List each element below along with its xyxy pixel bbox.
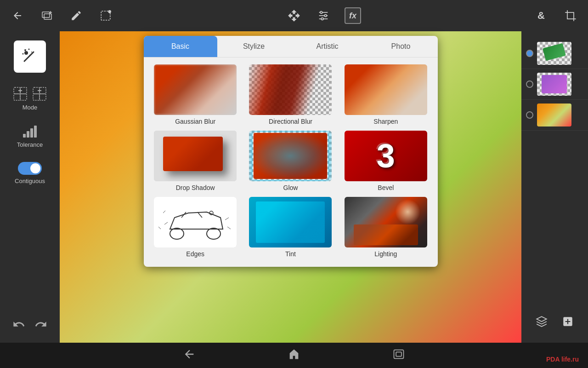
svg-point-13 (24, 51, 28, 55)
filter-thumb-directional-blur (249, 64, 332, 115)
svg-rect-33 (30, 128, 33, 138)
filter-thumb-sharpen (345, 64, 427, 115)
add-mode-icon[interactable] (13, 86, 28, 101)
filter-cell-directional-blur[interactable]: Directional Blur (246, 64, 335, 125)
filter-cell-drop-shadow[interactable]: Drop Shadow (151, 131, 240, 191)
filter-thumb-drop-shadow (154, 131, 237, 181)
filter-cell-glow[interactable]: Glow (246, 131, 335, 191)
tab-artistic[interactable]: Artistic (291, 36, 364, 57)
toolbar-right: & (533, 7, 579, 24)
svg-point-36 (170, 228, 184, 239)
undo-redo-controls (12, 318, 47, 334)
svg-rect-31 (23, 134, 26, 138)
layers-icon[interactable] (536, 316, 548, 330)
filter-modal: Basic Stylize Artistic Photo Gaussian Bl… (60, 31, 521, 343)
move-button[interactable] (286, 7, 302, 24)
remove-mode-icon[interactable] (32, 86, 47, 101)
layer-radio-3[interactable] (526, 111, 533, 119)
filter-cell-lighting[interactable]: Lighting (341, 197, 430, 258)
filter-label-drop-shadow: Drop Shadow (176, 184, 215, 191)
svg-line-41 (164, 222, 168, 224)
layer-item-2[interactable] (521, 69, 588, 100)
layer-bottom-icons (521, 310, 588, 336)
contiguous-label: Contiguous (15, 178, 45, 184)
svg-rect-1 (44, 14, 51, 19)
tab-stylize[interactable]: Stylize (217, 36, 291, 57)
filter-label-tint: Tint (285, 250, 296, 258)
svg-point-18 (31, 52, 32, 52)
tolerance-control: Tolerance (17, 125, 43, 148)
tab-basic[interactable]: Basic (144, 36, 217, 57)
svg-point-15 (24, 49, 26, 51)
svg-rect-0 (42, 12, 50, 17)
filter-cell-tint[interactable]: Tint (246, 197, 335, 258)
contiguous-control: Contiguous (15, 162, 45, 184)
back-button[interactable] (9, 7, 26, 24)
svg-line-43 (227, 227, 231, 229)
svg-marker-35 (537, 316, 547, 322)
undo-button[interactable] (12, 318, 25, 334)
toolbar-center: fx (286, 7, 361, 24)
svg-line-40 (225, 218, 229, 220)
filter-cell-gaussian-blur[interactable]: Gaussian Blur (151, 64, 240, 125)
svg-rect-23 (20, 94, 27, 100)
magic-wand-tool[interactable] (14, 40, 46, 73)
brand-logo: PDA life.ru (546, 355, 579, 363)
blend-button[interactable]: & (533, 7, 549, 24)
filter-thumb-edges (154, 197, 237, 247)
nav-home-button[interactable] (288, 348, 300, 363)
layer-thumb-1 (537, 42, 571, 65)
top-toolbar: + fx & (0, 0, 588, 31)
svg-point-16 (23, 53, 24, 55)
filter-label-sharpen: Sharpen (373, 118, 398, 125)
fx-button[interactable]: fx (345, 7, 361, 24)
filter-cell-sharpen[interactable]: Sharpen (341, 64, 430, 125)
layer-item-1[interactable] (521, 38, 588, 69)
filter-cell-bevel[interactable]: 3 Bevel (341, 131, 430, 191)
nav-back-button[interactable] (183, 348, 196, 363)
filter-thumb-tint (249, 197, 332, 247)
svg-point-37 (207, 228, 220, 239)
filter-thumb-bevel: 3 (345, 131, 427, 181)
filter-cell-edges[interactable]: Edges (151, 197, 240, 258)
svg-rect-29 (40, 94, 46, 100)
filter-thumb-lighting (345, 197, 427, 247)
svg-rect-28 (33, 94, 40, 100)
filter-grid: Gaussian Blur Directional Blur (144, 64, 438, 258)
tolerance-icon (22, 125, 38, 138)
crop-button[interactable] (562, 7, 579, 24)
draw-button[interactable] (68, 7, 85, 24)
tab-photo[interactable]: Photo (364, 36, 438, 57)
nav-recents-button[interactable] (392, 348, 405, 363)
svg-rect-32 (27, 131, 29, 138)
tolerance-label: Tolerance (17, 141, 43, 148)
add-layer-button[interactable] (39, 7, 55, 24)
layer-item-3[interactable] (521, 100, 588, 131)
mode-control: Mode (13, 86, 47, 111)
selection-button[interactable]: + (97, 7, 114, 24)
filter-label-bevel: Bevel (378, 184, 394, 191)
contiguous-toggle[interactable] (18, 162, 42, 175)
svg-line-42 (158, 227, 161, 229)
layer-thumb-3 (537, 104, 571, 126)
filter-panel: Basic Stylize Artistic Photo Gaussian Bl… (144, 36, 438, 267)
layer-radio-1[interactable] (526, 50, 533, 57)
svg-rect-45 (396, 352, 401, 356)
mode-label: Mode (23, 104, 38, 111)
bottom-nav-icons (18, 348, 570, 363)
right-sidebar (521, 31, 588, 343)
toolbar-left: + (9, 7, 114, 24)
adjustments-button[interactable] (315, 7, 332, 24)
svg-point-17 (28, 49, 30, 50)
add-layer-panel-button[interactable] (562, 316, 574, 330)
layer-thumb-2 (537, 73, 571, 96)
svg-line-39 (163, 211, 165, 213)
filter-tabs: Basic Stylize Artistic Photo (144, 36, 438, 58)
redo-button[interactable] (34, 318, 47, 334)
svg-point-12 (321, 18, 323, 20)
svg-point-19 (29, 55, 30, 56)
layer-radio-2[interactable] (526, 80, 533, 88)
filter-thumb-gaussian-blur (154, 64, 237, 115)
svg-point-10 (320, 12, 322, 14)
filter-label-lighting: Lighting (374, 250, 397, 258)
